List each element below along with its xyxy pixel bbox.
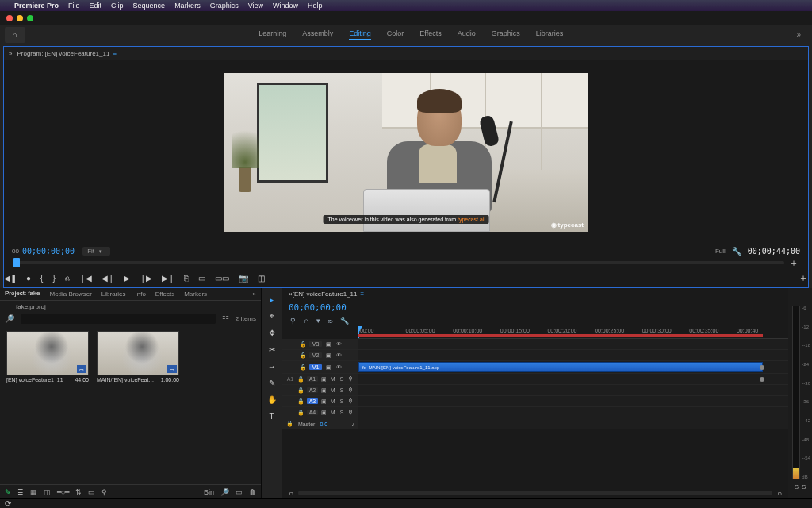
clip-thumbnail[interactable]: ▭ <box>97 331 179 375</box>
menu-help[interactable]: Help <box>308 2 323 10</box>
track-lane[interactable] <box>358 385 788 395</box>
bin-item[interactable]: ▭ MAIN/[EN] voiceFeature1...1:00:00 <box>97 331 179 383</box>
snap-icon[interactable]: ⚲ <box>290 317 296 325</box>
timeline-wrench-icon[interactable]: 🔧 <box>340 317 349 325</box>
tab-markers[interactable]: Markers <box>184 291 207 298</box>
lock-icon[interactable]: 🔒 <box>285 421 293 427</box>
clip-end-handle[interactable] <box>760 377 764 382</box>
timeline-clip[interactable]: fxMAIN/[EN] voiceFeature1_11.aep <box>358 362 763 372</box>
lock-icon[interactable]: 🔒 <box>297 387 304 394</box>
extract-button[interactable]: ▭ <box>198 274 205 283</box>
add-marker-icon[interactable]: ▾ <box>316 317 320 325</box>
toggle-output-icon[interactable]: ▣ <box>320 398 327 405</box>
track-target[interactable]: A2 <box>307 387 318 393</box>
step-forward-button[interactable]: ▶❘ <box>162 274 174 283</box>
menu-graphics[interactable]: Graphics <box>210 2 239 10</box>
lock-icon[interactable]: 🔒 <box>299 352 307 359</box>
export-frame-button[interactable]: ▭▭ <box>215 274 229 283</box>
close-window-icon[interactable] <box>6 15 13 21</box>
lock-icon[interactable]: 🔒 <box>297 376 304 383</box>
icon-view-icon[interactable]: ▦ <box>30 488 37 496</box>
find-icon[interactable]: ⚲ <box>102 488 107 496</box>
tab-project[interactable]: Project: fake <box>5 290 40 298</box>
comparison-view-button[interactable]: ◫ <box>258 274 265 283</box>
workspace-learning[interactable]: Learning <box>259 29 286 40</box>
track-header[interactable]: 🔒V3▣👁 <box>282 339 358 349</box>
solo-button[interactable]: S <box>339 398 346 404</box>
workspace-graphics[interactable]: Graphics <box>492 29 520 40</box>
track-header[interactable]: A1🔒A1▣MS🎙 <box>282 374 358 384</box>
clip-thumbnail[interactable]: ▭ <box>6 331 89 375</box>
tab-info[interactable]: Info <box>136 291 146 298</box>
panel-menu-icon[interactable]: ≡ <box>113 50 117 57</box>
zoom-fit-dropdown[interactable]: Fit <box>82 247 110 256</box>
bin-item[interactable]: ▭ [EN] voiceFeature1_1144:00 <box>6 331 89 383</box>
tab-media-browser[interactable]: Media Browser <box>49 291 91 298</box>
lock-icon[interactable]: 🔒 <box>297 410 304 416</box>
track-lane[interactable] <box>358 374 788 384</box>
mute-button[interactable]: M <box>329 376 336 382</box>
workspace-libraries[interactable]: Libraries <box>536 29 564 40</box>
track-lane[interactable] <box>358 396 788 406</box>
new-bin-icon[interactable]: 🔎 <box>220 488 229 496</box>
list-view-icon[interactable]: ≣ <box>17 488 24 496</box>
slip-tool-icon[interactable]: ↔ <box>265 360 279 372</box>
master-value[interactable]: 0.0 <box>320 421 327 427</box>
toggle-output-icon[interactable]: ▣ <box>324 364 332 371</box>
workspace-assembly[interactable]: Assembly <box>302 29 333 40</box>
track-target[interactable]: V3 <box>309 341 322 347</box>
lock-icon[interactable]: 🔒 <box>299 341 307 348</box>
track-target[interactable]: A3 <box>307 398 318 404</box>
menu-markers[interactable]: Markers <box>174 2 201 10</box>
track-target[interactable]: V1 <box>309 364 322 370</box>
track-header[interactable]: 🔒A4▣MS🎙 <box>282 407 358 418</box>
lift-button[interactable]: ⎘ <box>184 274 189 283</box>
track-lane[interactable]: fxMAIN/[EN] voiceFeature1_11.aep <box>358 361 788 373</box>
sort-icon[interactable]: ⇅ <box>75 488 82 496</box>
voiceover-mic-icon[interactable]: 🎙 <box>347 376 354 382</box>
mute-button[interactable]: M <box>329 398 336 404</box>
hand-tool-icon[interactable]: ✋ <box>265 393 279 406</box>
lock-icon[interactable]: 🔒 <box>299 364 307 371</box>
workspace-effects[interactable]: Effects <box>419 29 441 40</box>
freeform-view-icon[interactable]: ◫ <box>44 488 51 496</box>
source-patch[interactable]: A1 <box>285 376 295 382</box>
button-editor-plus-icon[interactable]: ＋ <box>799 271 808 285</box>
program-monitor-viewport[interactable]: The voiceover in this video was also gen… <box>4 60 808 244</box>
workspace-editing[interactable]: Editing <box>349 29 371 40</box>
auto-sequence-icon[interactable]: ▭ <box>88 488 95 496</box>
filter-bins-icon[interactable]: ☷ <box>222 314 229 323</box>
master-track-header[interactable]: 🔒Master0.0♪ <box>282 418 358 429</box>
trash-icon[interactable]: 🗑 <box>249 488 256 496</box>
new-item-icon[interactable]: ▭ <box>236 488 243 496</box>
menu-sequence[interactable]: Sequence <box>133 2 166 10</box>
step-back-button[interactable]: ❘◀ <box>79 274 92 283</box>
track-header[interactable]: 🔒A3▣MS🎙 <box>282 396 358 406</box>
program-tab[interactable]: » Program: [EN] voiceFeature1_11 ≡ <box>4 47 808 60</box>
eye-icon[interactable]: 👁 <box>335 364 343 370</box>
scroll-right-icon[interactable]: ○ <box>777 489 782 498</box>
mark-in-button[interactable]: ◀❚ <box>4 274 17 283</box>
linked-selection-icon[interactable]: ∩ <box>304 317 308 325</box>
track-header[interactable]: 🔒V1▣👁 <box>282 361 358 373</box>
mark-out-button[interactable]: ● <box>26 274 31 283</box>
track-target[interactable]: A4 <box>307 410 318 415</box>
frame-forward-button[interactable]: ❘▶ <box>140 274 152 283</box>
work-area-bar[interactable] <box>358 334 763 337</box>
type-tool-icon[interactable]: T <box>265 410 279 422</box>
track-target[interactable]: V2 <box>309 352 322 358</box>
panel-chevron-icon[interactable]: » <box>9 50 12 57</box>
timeline-timecode[interactable]: 00;00;00;00 <box>289 302 347 313</box>
timeline-panel-menu-icon[interactable]: ≡ <box>361 291 365 298</box>
menu-clip[interactable]: Clip <box>111 2 124 10</box>
voiceover-mic-icon[interactable]: 🎙 <box>347 410 354 415</box>
track-lane[interactable] <box>358 407 788 418</box>
track-target[interactable]: A1 <box>307 376 318 382</box>
program-timecode[interactable]: 00;00;00;00 <box>22 247 75 256</box>
track-header[interactable]: 🔒A2▣MS🎙 <box>282 385 358 395</box>
master-meter-icon[interactable]: ♪ <box>352 421 355 427</box>
selection-tool-icon[interactable]: ▸ <box>265 293 279 306</box>
timeline-h-scrollbar[interactable] <box>298 491 772 495</box>
track-header[interactable]: 🔒V2▣👁 <box>282 350 358 360</box>
settings-wrench-icon[interactable]: 🔧 <box>732 247 741 256</box>
